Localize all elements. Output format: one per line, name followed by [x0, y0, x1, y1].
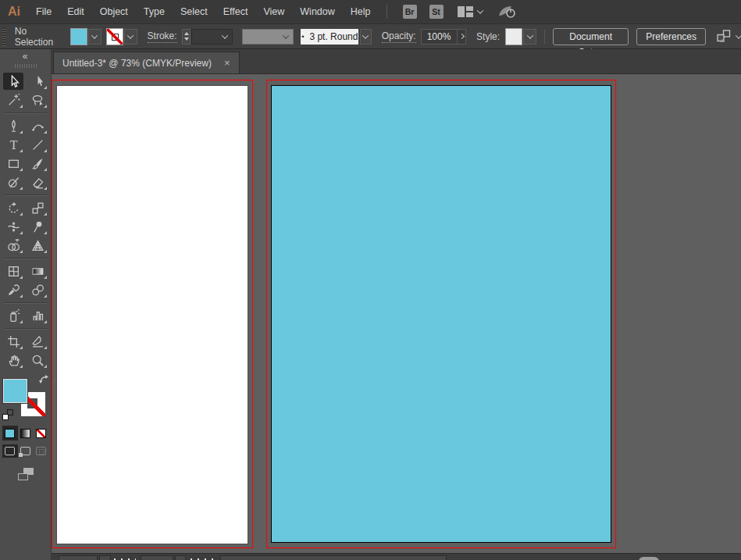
column-graph-tool[interactable]: [27, 307, 48, 324]
lasso-tool[interactable]: [27, 91, 48, 109]
fill-color-dropdown[interactable]: [88, 29, 102, 45]
status-artboard-menu[interactable]: [175, 555, 186, 560]
workspace-switcher[interactable]: [458, 6, 483, 17]
status-zoom-menu[interactable]: [99, 555, 111, 560]
draw-inside-icon: [36, 447, 46, 455]
workspace-layout-icon: [458, 6, 473, 17]
fill-proxy-swatch[interactable]: [3, 379, 27, 403]
default-fill-mini: [2, 414, 9, 420]
bridge-button[interactable]: Br: [403, 5, 417, 19]
slice-tool[interactable]: [27, 333, 48, 350]
touch-workspace-icon: [717, 30, 732, 43]
opacity-input[interactable]: 100%: [421, 29, 458, 45]
canvas-area[interactable]: [52, 74, 741, 553]
draw-normal-button[interactable]: [2, 444, 18, 458]
menu-object[interactable]: Object: [92, 0, 136, 23]
style-swatch[interactable]: [506, 29, 522, 45]
paintbrush-tool[interactable]: [27, 155, 48, 172]
stroke-color-swatch[interactable]: [107, 29, 123, 45]
brush-definition-dropdown[interactable]: [360, 29, 371, 45]
eraser-tool-icon: [31, 176, 45, 189]
line-segment-tool-icon: [31, 138, 45, 152]
menu-effect[interactable]: Effect: [216, 0, 256, 23]
slice-tool-icon: [31, 335, 45, 348]
type-tool[interactable]: T: [3, 136, 23, 153]
status-artboard-field[interactable]: [141, 555, 173, 560]
menu-type[interactable]: Type: [136, 0, 173, 23]
menu-file[interactable]: File: [28, 0, 59, 23]
tool-group-separator: [4, 194, 47, 195]
chevron-down-icon: [91, 32, 98, 38]
touch-workspace-toggle[interactable]: [717, 30, 741, 43]
stock-button[interactable]: St: [429, 5, 444, 19]
color-mode-none-button[interactable]: [34, 426, 49, 441]
preferences-button[interactable]: Preferences: [636, 28, 706, 45]
mesh-tool[interactable]: [3, 262, 23, 280]
tools-panel-grip[interactable]: [15, 64, 37, 68]
hand-tool[interactable]: [3, 351, 23, 369]
screen-mode-button[interactable]: [18, 468, 34, 480]
color-mode-color-button[interactable]: [2, 426, 18, 441]
artboard-1[interactable]: [57, 86, 248, 544]
stroke-weight-label[interactable]: Stroke:: [148, 30, 177, 43]
artboard-tool[interactable]: [3, 333, 23, 350]
menu-view[interactable]: View: [255, 0, 292, 23]
width-tool[interactable]: [3, 218, 23, 235]
app-logo: Ai: [0, 5, 28, 19]
magic-wand-tool[interactable]: [3, 91, 23, 109]
line-segment-tool[interactable]: [27, 136, 48, 153]
scale-tool[interactable]: [27, 199, 48, 216]
blend-tool[interactable]: [27, 281, 48, 298]
control-bar-grip[interactable]: [2, 27, 6, 46]
collapse-panel-button[interactable]: «: [23, 52, 29, 61]
swap-fill-stroke-button[interactable]: [39, 375, 49, 384]
gradient-tool[interactable]: [27, 262, 48, 280]
rotate-tool[interactable]: [3, 199, 23, 216]
pen-tool[interactable]: [3, 117, 23, 134]
gradient-tool-icon: [31, 265, 45, 278]
direct-selection-tool[interactable]: [27, 73, 48, 90]
menu-help[interactable]: Help: [343, 0, 379, 23]
chevron-down-icon: [526, 32, 533, 38]
puppet-warp-tool[interactable]: [27, 218, 48, 235]
selection-tool[interactable]: [3, 73, 23, 90]
shape-builder-tool[interactable]: [3, 237, 23, 254]
menu-select[interactable]: Select: [173, 0, 216, 23]
menu-window[interactable]: Window: [292, 0, 342, 23]
menu-edit[interactable]: Edit: [59, 0, 92, 23]
stroke-color-dropdown[interactable]: [124, 29, 137, 45]
stroke-weight-select[interactable]: [191, 29, 233, 45]
opacity-dropdown[interactable]: [458, 29, 466, 45]
curvature-tool[interactable]: [27, 117, 48, 134]
fill-color-swatch[interactable]: [71, 29, 87, 45]
draw-behind-button[interactable]: [18, 444, 34, 458]
rectangle-tool[interactable]: [3, 155, 23, 172]
default-fill-stroke-button[interactable]: [2, 409, 13, 420]
shaper-tool[interactable]: [3, 173, 23, 191]
pen-tool-icon: [7, 119, 20, 133]
tool-group-separator: [4, 258, 47, 259]
perspective-grid-tool[interactable]: [27, 237, 48, 254]
artboard-2-cyan-rectangle[interactable]: [271, 85, 611, 543]
document-tab[interactable]: Untitled-3* @ 73% (CMYK/Preview) ×: [53, 52, 240, 73]
zoom-tool[interactable]: [27, 351, 48, 369]
horizontal-scrollbar-thumb[interactable]: [639, 557, 659, 560]
color-mode-row: [2, 426, 49, 441]
style-label: Style:: [476, 31, 500, 42]
screen-mode-front-icon: [18, 473, 28, 480]
status-zoom-field[interactable]: [59, 555, 98, 560]
brush-definition-select[interactable]: • 3 pt. Round: [301, 29, 358, 45]
chevron-down-icon: [476, 7, 483, 13]
eyedropper-tool[interactable]: [3, 281, 23, 298]
eraser-tool[interactable]: [27, 173, 48, 191]
document-setup-button[interactable]: Document Setup: [553, 28, 629, 45]
opacity-label[interactable]: Opacity:: [382, 30, 416, 43]
color-mode-gradient-button[interactable]: [18, 426, 34, 441]
gpu-performance-button[interactable]: [498, 5, 517, 19]
width-profile-select[interactable]: [242, 29, 294, 45]
symbol-sprayer-tool[interactable]: [3, 307, 23, 324]
style-dropdown[interactable]: [523, 29, 536, 45]
close-tab-icon[interactable]: ×: [224, 58, 230, 68]
draw-inside-button[interactable]: [34, 444, 49, 458]
stroke-weight-stepper[interactable]: [182, 29, 191, 45]
